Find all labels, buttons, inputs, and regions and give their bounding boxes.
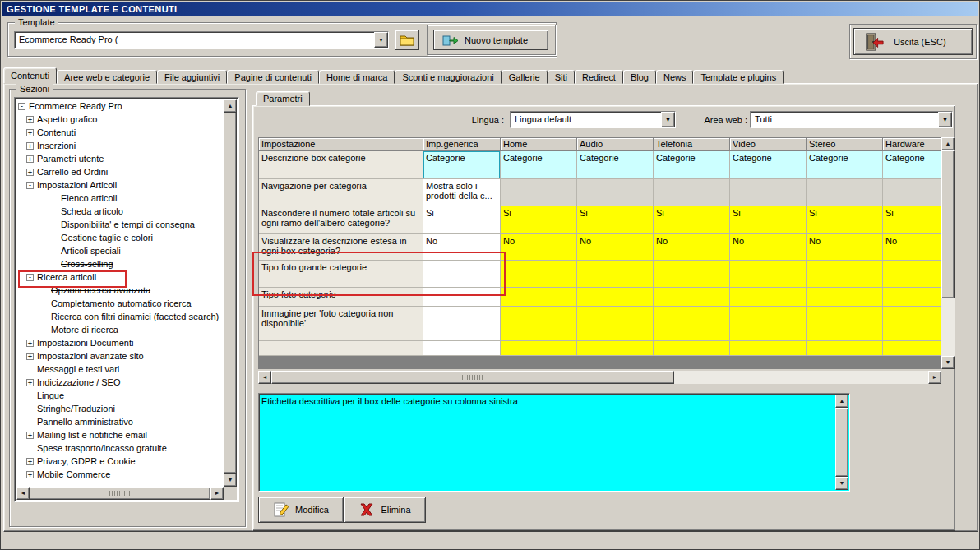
lingua-combobox[interactable]: Lingua default	[510, 111, 676, 128]
expand-icon[interactable]: +	[26, 129, 34, 136]
value-cell[interactable]	[807, 261, 883, 288]
memo-vscroll-thumb[interactable]	[835, 408, 848, 477]
value-cell[interactable]: Si	[883, 206, 941, 234]
setting-name-cell[interactable]: Tipo foto categorie	[259, 288, 423, 307]
tree-item-aspetto-grafico[interactable]: +Aspetto grafico	[16, 113, 224, 126]
tree-item-impostazioni-documenti[interactable]: +Impostazioni Documenti	[16, 336, 224, 349]
grid-hscroll-thumb[interactable]	[271, 371, 674, 384]
grid-hscroll-track[interactable]	[674, 371, 928, 384]
area-web-combobox[interactable]: Tutti	[750, 111, 953, 128]
value-cell[interactable]: No	[501, 234, 577, 261]
value-cell[interactable]: Categorie	[501, 151, 577, 179]
tree-item-spese-trasporto-incasso-gratuite[interactable]: Spese trasporto/incasso gratuite	[16, 441, 224, 455]
tab-sconti-e-maggiorazioni[interactable]: Sconti e maggiorazioni	[395, 70, 501, 84]
value-cell[interactable]: Categorie	[883, 151, 941, 179]
generic-value-cell[interactable]	[423, 288, 501, 307]
collapse-icon[interactable]: -	[26, 274, 34, 281]
tree-item-articoli-speciali[interactable]: Articoli speciali	[16, 244, 224, 257]
tree-item-stringhe-traduzioni[interactable]: Stringhe/Traduzioni	[16, 402, 224, 415]
tree-item-parametri-utente[interactable]: +Parametri utente	[16, 152, 224, 165]
tab-pagine-di-contenuti[interactable]: Pagine di contenuti	[227, 70, 319, 84]
value-cell[interactable]	[883, 261, 941, 288]
expand-icon[interactable]: +	[26, 458, 34, 465]
tree-item-cross-selling[interactable]: Cross-selling	[16, 257, 224, 270]
value-cell[interactable]	[883, 179, 941, 206]
value-cell[interactable]	[654, 261, 730, 288]
tab-file-aggiuntivi[interactable]: File aggiuntivi	[157, 70, 227, 84]
tree-item-completamento-automatico-ricerca[interactable]: Completamento automatico ricerca	[16, 297, 224, 310]
value-cell[interactable]	[807, 288, 883, 307]
value-cell[interactable]	[807, 307, 883, 341]
value-cell[interactable]	[501, 179, 577, 206]
grid-vscroll-track[interactable]	[941, 298, 955, 356]
scroll-right-icon[interactable]	[928, 371, 941, 384]
memo-vertical-scrollbar[interactable]	[835, 395, 848, 490]
value-cell[interactable]: Categorie	[730, 151, 807, 179]
value-cell[interactable]: Si	[730, 206, 807, 234]
new-template-button[interactable]: Nuovo template	[433, 30, 548, 50]
setting-name-cell[interactable]: Navigazione per categoria	[259, 179, 423, 206]
tree-item-ricerca-articoli[interactable]: -Ricerca articoli	[16, 270, 224, 284]
expand-icon[interactable]: +	[26, 432, 34, 439]
tree-vertical-scrollbar[interactable]	[224, 99, 237, 487]
value-cell[interactable]	[883, 288, 941, 307]
tree-item-inserzioni[interactable]: +Inserzioni	[16, 139, 224, 152]
scroll-down-icon[interactable]	[835, 477, 848, 490]
tree-item-indicizzazione-seo[interactable]: +Indicizzazione / SEO	[16, 376, 224, 389]
value-cell[interactable]	[501, 307, 577, 341]
column-header-imp-generica[interactable]: Imp.generica	[423, 138, 501, 151]
expand-icon[interactable]: +	[26, 471, 34, 478]
exit-button[interactable]: Uscita (ESC)	[853, 28, 973, 55]
delete-button[interactable]: Elimina	[344, 497, 426, 523]
tree-item-ricerca-con-filtri-dinamici-faceted-search[interactable]: Ricerca con filtri dinamici (faceted sea…	[16, 310, 224, 323]
chevron-down-icon[interactable]	[374, 32, 388, 48]
column-header-hardware[interactable]: Hardware	[883, 138, 941, 151]
grid-horizontal-scrollbar[interactable]	[258, 371, 941, 384]
value-cell[interactable]: Si	[501, 206, 577, 234]
value-cell[interactable]: No	[577, 234, 654, 261]
tree-item-lingue[interactable]: Lingue	[16, 389, 224, 402]
value-cell[interactable]: No	[654, 234, 730, 261]
value-cell[interactable]	[501, 288, 577, 307]
column-header-stereo[interactable]: Stereo	[807, 138, 883, 151]
column-header-telefonia[interactable]: Telefonia	[654, 138, 730, 151]
value-cell[interactable]	[730, 288, 807, 307]
scroll-left-icon[interactable]	[16, 487, 30, 500]
tab-siti[interactable]: Siti	[548, 70, 575, 84]
expand-icon[interactable]: +	[26, 379, 34, 386]
scroll-right-icon[interactable]	[210, 487, 224, 500]
generic-value-cell[interactable]: Mostra solo i prodotti della c...	[423, 179, 501, 206]
tree-horizontal-scrollbar[interactable]	[16, 487, 224, 500]
tree-item-pannello-amministrativo[interactable]: Pannello amministrativo	[16, 415, 224, 428]
tree-item-mailing-list-e-notifiche-email[interactable]: +Mailing list e notifiche email	[16, 428, 224, 441]
value-cell[interactable]	[577, 288, 654, 307]
tab-parametri[interactable]: Parametri	[256, 91, 310, 106]
expand-icon[interactable]: +	[26, 353, 34, 360]
value-cell[interactable]: Categorie	[654, 151, 730, 179]
value-cell[interactable]: Categorie	[807, 151, 883, 179]
tab-news[interactable]: News	[656, 70, 694, 84]
generic-value-cell[interactable]: Si	[423, 206, 501, 234]
tree-item-impostazioni-articoli[interactable]: -Impostazioni Articoli	[16, 178, 224, 192]
value-cell[interactable]: No	[807, 234, 883, 261]
scroll-up-icon[interactable]	[224, 99, 237, 113]
value-cell[interactable]: Categorie	[577, 151, 654, 179]
setting-name-cell[interactable]: Visualizzare la descrizione estesa in og…	[259, 234, 423, 261]
modify-button[interactable]: Modifica	[258, 497, 344, 523]
value-cell[interactable]	[654, 307, 730, 341]
value-cell[interactable]	[501, 341, 577, 356]
setting-name-cell[interactable]: Tipo foto grande categorie	[259, 261, 423, 288]
tree-item-gestione-taglie-e-colori[interactable]: Gestione taglie e colori	[16, 231, 224, 244]
generic-value-cell[interactable]: No	[423, 234, 501, 261]
tree-item-motore-di-ricerca[interactable]: Motore di ricerca	[16, 323, 224, 336]
tree-item-impostazioni-avanzate-sito[interactable]: +Impostazioni avanzate sito	[16, 349, 224, 363]
setting-name-cell[interactable]	[259, 341, 423, 356]
value-cell[interactable]	[807, 179, 883, 206]
tree-item-ecommerce-ready-pro[interactable]: -Ecommerce Ready Pro	[16, 99, 224, 113]
value-cell[interactable]	[577, 307, 654, 341]
column-header-impostazione[interactable]: Impostazione	[259, 138, 423, 151]
value-cell[interactable]	[654, 341, 730, 356]
tree-item-mobile-commerce[interactable]: +Mobile Commerce	[16, 468, 224, 481]
expand-icon[interactable]: +	[26, 155, 34, 163]
value-cell[interactable]: Si	[807, 206, 883, 234]
